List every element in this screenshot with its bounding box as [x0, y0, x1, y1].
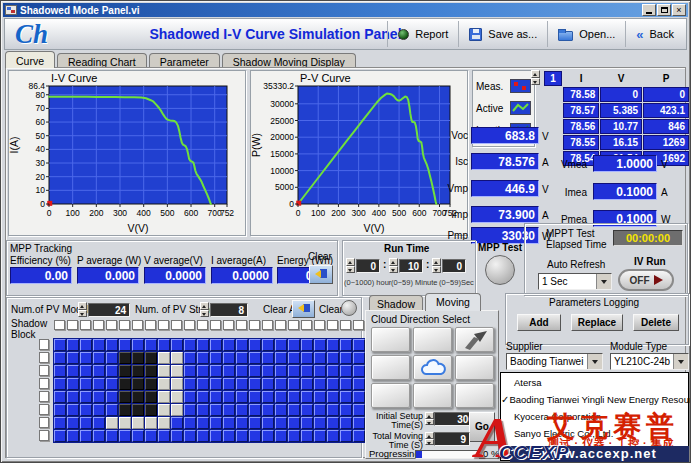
shadow-cell[interactable] [314, 365, 326, 377]
shadow-cell[interactable] [119, 365, 131, 377]
shadow-cell[interactable] [132, 430, 144, 442]
minute-field[interactable]: 10 [399, 259, 423, 273]
direction-se-button[interactable] [455, 383, 494, 408]
column-select-checkbox[interactable] [288, 320, 299, 330]
shadow-cell[interactable] [171, 378, 183, 390]
column-select-checkbox[interactable] [340, 320, 351, 330]
shadow-cell[interactable] [340, 365, 352, 377]
shadow-cell[interactable] [158, 430, 170, 442]
supplier-dropdown-arrow-icon[interactable] [587, 354, 602, 369]
shadow-cell[interactable] [314, 391, 326, 403]
shadow-cell[interactable] [67, 391, 79, 403]
shadow-cell[interactable] [106, 430, 118, 442]
shadow-cell[interactable] [223, 430, 235, 442]
second-spinner[interactable] [432, 258, 441, 273]
shadow-cell[interactable] [301, 404, 313, 416]
shadow-cell[interactable] [106, 391, 118, 403]
column-select-checkbox[interactable] [301, 320, 312, 330]
column-select-checkbox[interactable] [171, 320, 182, 330]
shadow-cell[interactable] [340, 352, 352, 364]
active-plot-style-icon[interactable] [510, 101, 531, 115]
shadow-cell[interactable] [353, 339, 365, 351]
shadow-cell[interactable] [314, 417, 326, 429]
column-select-checkbox[interactable] [249, 320, 260, 330]
shadow-cell[interactable] [119, 352, 131, 364]
row-select-checkbox[interactable] [39, 365, 49, 376]
supplier-option[interactable]: Schott Solar AG [501, 443, 688, 460]
shadow-cell[interactable] [353, 378, 365, 390]
shadow-cell[interactable] [158, 417, 170, 429]
shadow-cell[interactable] [353, 417, 365, 429]
shadow-cell[interactable] [67, 339, 79, 351]
shadow-cell[interactable] [93, 391, 105, 403]
shadow-cell[interactable] [145, 365, 157, 377]
shadow-cell[interactable] [93, 430, 105, 442]
shadow-cell[interactable] [119, 391, 131, 403]
shadow-cell[interactable] [184, 430, 196, 442]
shadow-cell[interactable] [67, 365, 79, 377]
column-select-checkbox[interactable] [184, 320, 195, 330]
shadow-cell[interactable] [171, 352, 183, 364]
shadow-cell[interactable] [223, 378, 235, 390]
iv-run-toggle[interactable]: OFF [618, 269, 674, 291]
shadow-cell[interactable] [80, 365, 92, 377]
shadow-cell[interactable] [106, 365, 118, 377]
direction-center-button[interactable] [413, 355, 452, 380]
shadow-cell[interactable] [132, 391, 144, 403]
direction-s-button[interactable] [413, 383, 452, 408]
shadow-cell[interactable] [249, 417, 261, 429]
row-select-checkbox[interactable] [39, 352, 49, 363]
shadow-cell[interactable] [249, 404, 261, 416]
column-select-checkbox[interactable] [197, 320, 208, 330]
shadow-cell[interactable] [106, 404, 118, 416]
shadow-cell[interactable] [262, 430, 274, 442]
row-select-checkbox[interactable] [39, 430, 49, 441]
shadow-cell[interactable] [210, 365, 222, 377]
dropdown-arrow-icon[interactable] [596, 274, 611, 289]
shadow-cell[interactable] [288, 404, 300, 416]
shadow-cell[interactable] [353, 404, 365, 416]
shadow-cell[interactable] [184, 417, 196, 429]
shadow-cell[interactable] [249, 339, 261, 351]
shadow-cell[interactable] [67, 378, 79, 390]
hour-field[interactable]: 0 [356, 259, 380, 273]
shadow-cell[interactable] [301, 378, 313, 390]
shadow-cell[interactable] [353, 352, 365, 364]
save-as-button[interactable]: Save as... [458, 21, 547, 47]
shadow-cell[interactable] [288, 352, 300, 364]
shadow-cell[interactable] [288, 378, 300, 390]
shadow-cell[interactable] [197, 339, 209, 351]
open-button[interactable]: Open... [547, 21, 625, 47]
shadow-cell[interactable] [275, 365, 287, 377]
shadow-cell[interactable] [145, 404, 157, 416]
shadow-cell[interactable] [327, 404, 339, 416]
column-select-checkbox[interactable] [67, 320, 78, 330]
tracking-clear-button[interactable] [309, 265, 333, 284]
shadow-cell[interactable] [288, 430, 300, 442]
shadow-cell[interactable] [314, 378, 326, 390]
shadow-cell[interactable] [171, 430, 183, 442]
shadow-cell[interactable] [249, 430, 261, 442]
row-select-checkbox[interactable] [39, 417, 49, 428]
column-select-checkbox[interactable] [80, 320, 91, 330]
shadow-cell[interactable] [54, 404, 66, 416]
minute-spinner[interactable] [389, 258, 398, 273]
tab-moving[interactable]: Moving [425, 293, 481, 311]
column-select-checkbox[interactable] [119, 320, 130, 330]
total-moving-field[interactable]: 9 [434, 432, 470, 446]
column-select-checkbox[interactable] [327, 320, 338, 330]
minimize-button[interactable] [642, 4, 656, 16]
shadow-cell[interactable] [80, 430, 92, 442]
column-select-checkbox[interactable] [353, 320, 364, 330]
shadow-cell[interactable] [106, 339, 118, 351]
shadow-cell[interactable] [275, 391, 287, 403]
shadow-cell[interactable] [80, 391, 92, 403]
shadow-cell[interactable] [132, 378, 144, 390]
shadow-cell[interactable] [353, 391, 365, 403]
table-page-cell[interactable]: 1 [544, 71, 562, 86]
shadow-cell[interactable] [145, 339, 157, 351]
shadow-cell[interactable] [236, 352, 248, 364]
shadow-cell[interactable] [275, 339, 287, 351]
shadow-cell[interactable] [223, 365, 235, 377]
shadow-cell[interactable] [236, 404, 248, 416]
